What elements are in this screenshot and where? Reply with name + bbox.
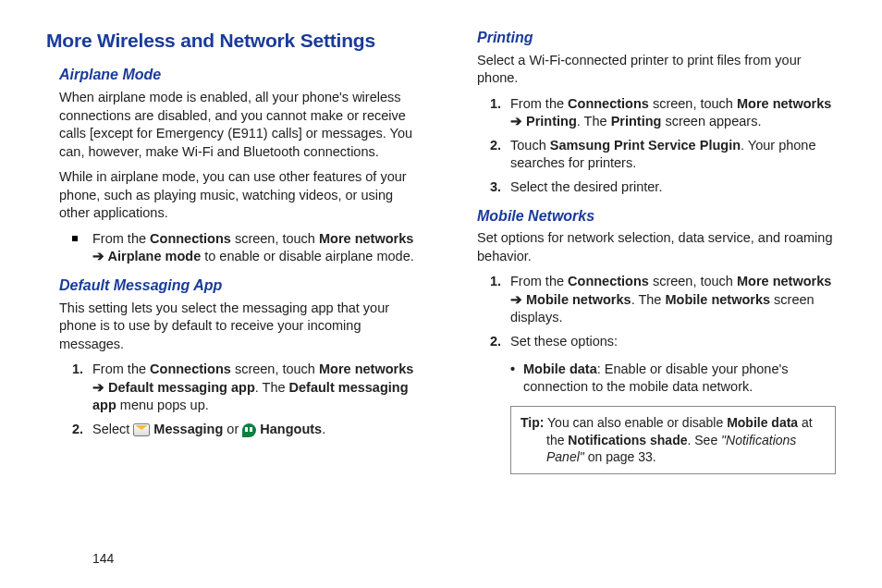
tip-box: Tip: You can also enable or disable Mobi…	[510, 406, 836, 475]
hangouts-icon	[242, 423, 256, 437]
page-number: 144	[92, 550, 114, 568]
airplane-step-text: From the Connections screen, touch More …	[92, 230, 418, 266]
msg-step-2: 2. Select Messaging or Hangouts.	[72, 421, 418, 439]
print-step-1: 1. From the Connections screen, touch Mo…	[490, 95, 836, 131]
mobile-option-mobile-data: • Mobile data: Enable or disable your ph…	[510, 361, 836, 397]
heading-mobile-networks: Mobile Networks	[477, 206, 836, 227]
airplane-step: From the Connections screen, touch More …	[72, 230, 418, 266]
messaging-icon	[133, 423, 150, 436]
print-p1: Select a Wi-Fi-connected printer to prin…	[477, 52, 836, 88]
msg-steps: 1. From the Connections screen, touch Mo…	[72, 361, 418, 438]
print-steps: 1. From the Connections screen, touch Mo…	[490, 95, 836, 197]
heading-airplane-mode: Airplane Mode	[59, 65, 418, 85]
msg-step-1: 1. From the Connections screen, touch Mo…	[72, 361, 418, 415]
heading-default-messaging: Default Messaging App	[59, 276, 418, 296]
right-column: Printing Select a Wi-Fi-connected printe…	[464, 28, 836, 474]
left-column: More Wireless and Network Settings Airpl…	[46, 28, 418, 474]
square-bullet-icon	[72, 236, 78, 241]
print-step-3: 3. Select the desired printer.	[490, 178, 836, 197]
mobile-step-1: 1. From the Connections screen, touch Mo…	[490, 273, 836, 327]
page-title: More Wireless and Network Settings	[46, 28, 418, 54]
mobile-steps: 1. From the Connections screen, touch Mo…	[490, 273, 836, 350]
airplane-p1: When airplane mode is enabled, all your …	[59, 89, 418, 161]
heading-printing: Printing	[477, 28, 836, 48]
print-step-2: 2. Touch Samsung Print Service Plugin. Y…	[490, 137, 836, 173]
airplane-p2: While in airplane mode, you can use othe…	[59, 168, 418, 223]
msg-p1: This setting lets you select the messagi…	[59, 300, 418, 354]
mobile-p1: Set options for network selection, data …	[477, 229, 836, 265]
mobile-step-2: 2. Set these options:	[490, 333, 836, 351]
